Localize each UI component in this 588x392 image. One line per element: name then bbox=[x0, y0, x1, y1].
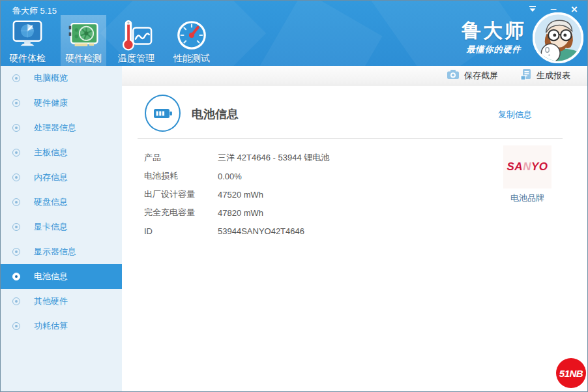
action-bar: 保存截屏 生成报表 bbox=[122, 66, 588, 85]
radio-icon bbox=[12, 198, 20, 206]
radio-icon bbox=[12, 74, 20, 82]
sidebar-item-disk-info[interactable]: 硬盘信息 bbox=[1, 190, 122, 215]
sidebar-item-battery-info[interactable]: 电池信息 bbox=[1, 264, 122, 289]
sidebar-item-motherboard-info[interactable]: 主板信息 bbox=[1, 140, 122, 165]
generate-report-button[interactable]: 生成报表 bbox=[520, 68, 570, 82]
sidebar-item-gpu-info[interactable]: 显卡信息 bbox=[1, 215, 122, 239]
sidebar-item-memory-info[interactable]: 内存信息 bbox=[1, 165, 122, 190]
radio-icon bbox=[12, 173, 20, 181]
sidebar-item-computer-overview[interactable]: 电脑概览 bbox=[1, 66, 122, 91]
brand-tagline: 最懂你的硬件 bbox=[462, 44, 526, 55]
app-header: 鲁大师 5.15 ─ ✕ bbox=[1, 1, 588, 66]
app-window: 鲁大师 5.15 ─ ✕ bbox=[0, 0, 588, 392]
sidebar-item-hardware-health[interactable]: 硬件健康 bbox=[1, 91, 122, 115]
sidebar-item-monitor-info[interactable]: 显示器信息 bbox=[1, 239, 122, 264]
table-row: 出厂设计容量 47520 mWh bbox=[144, 185, 329, 204]
battery-brand-logo: SANYO bbox=[503, 145, 551, 188]
monitor-scan-icon bbox=[11, 19, 44, 52]
sidebar-item-cpu-info[interactable]: 处理器信息 bbox=[1, 115, 122, 140]
tab-label: 硬件体检 bbox=[5, 53, 50, 65]
radio-icon bbox=[12, 297, 20, 305]
radio-icon bbox=[12, 248, 20, 256]
radio-selected-icon bbox=[12, 273, 20, 280]
table-row: 电池损耗 0.00% bbox=[144, 167, 329, 185]
sidebar-item-other-hardware[interactable]: 其他硬件 bbox=[1, 289, 122, 314]
gauge-icon bbox=[175, 19, 208, 52]
battery-info-table: 产品 三洋 42T4646 - 53944 锂电池 电池损耗 0.00% 出厂设… bbox=[144, 149, 329, 240]
battery-brand-caption: 电池品牌 bbox=[503, 192, 551, 204]
sidebar-item-power-estimate[interactable]: 功耗估算 bbox=[1, 314, 122, 339]
header-pattern bbox=[257, 1, 382, 66]
tab-benchmark[interactable]: 性能测试 bbox=[169, 15, 214, 66]
table-row: ID 53944SANYO42T4646 bbox=[144, 222, 329, 240]
brand-name: 鲁大师 bbox=[462, 20, 526, 41]
thermometer-chart-icon bbox=[120, 19, 153, 52]
tab-hardware-detect[interactable]: 硬件检测 bbox=[61, 15, 106, 66]
sidebar: 电脑概览 硬件健康 处理器信息 主板信息 内存信息 硬盘信息 显卡信息 显示器 bbox=[1, 66, 122, 392]
radio-icon bbox=[12, 124, 20, 132]
tab-label: 性能测试 bbox=[169, 53, 214, 65]
page-title: 电池信息 bbox=[192, 106, 239, 122]
divider bbox=[138, 138, 563, 139]
battery-icon bbox=[145, 95, 181, 132]
tab-label: 硬件检测 bbox=[61, 53, 106, 65]
51nb-badge: 51NB bbox=[556, 358, 586, 388]
sanyo-logo: SANYO bbox=[507, 160, 548, 173]
tab-label: 温度管理 bbox=[113, 53, 159, 65]
radio-icon bbox=[12, 322, 20, 330]
save-screenshot-button[interactable]: 保存截屏 bbox=[447, 69, 498, 82]
radio-icon bbox=[12, 99, 20, 107]
radio-icon bbox=[12, 223, 20, 231]
camera-icon bbox=[447, 69, 460, 82]
mascot-avatar bbox=[533, 12, 583, 63]
main-content: 电池信息 复制信息 产品 三洋 42T4646 - 53944 锂电池 电池损耗… bbox=[122, 85, 588, 392]
copy-info-link[interactable]: 复制信息 bbox=[498, 109, 532, 121]
radio-icon bbox=[12, 149, 20, 157]
table-row: 完全充电容量 47820 mWh bbox=[144, 204, 329, 222]
table-row: 产品 三洋 42T4646 - 53944 锂电池 bbox=[144, 149, 329, 167]
brand-area: 鲁大师 最懂你的硬件 bbox=[462, 12, 583, 63]
tab-hardware-checkup[interactable]: 硬件体检 bbox=[5, 15, 50, 66]
report-icon bbox=[520, 68, 532, 82]
gpu-card-icon bbox=[67, 19, 100, 52]
tab-temperature[interactable]: 温度管理 bbox=[113, 15, 159, 66]
